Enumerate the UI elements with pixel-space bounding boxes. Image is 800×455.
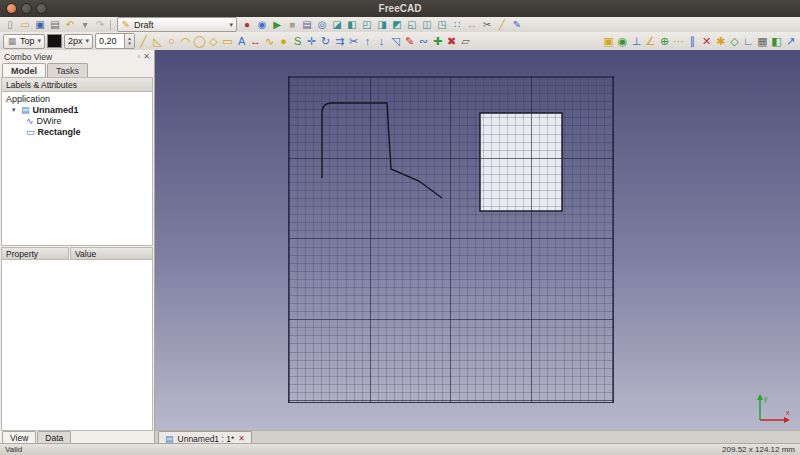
property-column-header[interactable]: Property [1,247,69,260]
snap-perpendicular-icon[interactable]: ⊥ [630,34,643,49]
new-document-icon[interactable]: ▯ [3,18,17,31]
draft-shape-2d-view-icon[interactable]: ▱ [459,34,472,49]
snap-parallel-icon[interactable]: ∥ [686,34,699,49]
snap-midpoint-icon[interactable]: ◉ [616,34,629,49]
view-axonometric-icon[interactable]: ◳ [435,18,449,31]
window-close-button[interactable] [6,3,17,14]
toolbar-separator [110,20,111,30]
draft-circle-icon[interactable]: ○ [165,34,178,49]
draft-upgrade-icon[interactable]: ↑ [361,34,374,49]
snap-working-plane-icon[interactable]: ◧ [770,34,783,49]
execute-macro-icon[interactable]: ▶ [270,18,284,31]
draft-dimension-icon[interactable]: ↔ [249,34,262,49]
snap-extension-icon[interactable]: ⋯ [672,34,685,49]
float-panel-icon[interactable]: ▫ [137,52,140,61]
draft-line-icon[interactable]: ╱ [137,34,150,49]
measure-distance-icon[interactable]: ↔ [465,18,479,31]
snap-angle-icon[interactable]: ∠ [644,34,657,49]
draft-shapestring-icon[interactable]: S [291,34,304,49]
draft-wire-icon[interactable]: ◺ [151,34,164,49]
file-icons-group: ▯▭▣▤↶▾↷ [3,18,107,31]
draft-text-icon[interactable]: A [235,34,248,49]
tree-item-dwire[interactable]: ∿ DWire [2,115,152,126]
draft-bspline-icon[interactable]: ∿ [263,34,276,49]
view-top-icon[interactable]: ◰ [360,18,374,31]
draft-ellipse-icon[interactable]: ◯ [193,34,206,49]
value-column-header[interactable]: Value [70,247,153,260]
window-minimize-button[interactable] [21,3,32,14]
wire-icon: ∿ [26,116,34,126]
3d-viewport[interactable]: x y [155,50,800,430]
snap-lock-icon[interactable]: ▣ [602,34,615,49]
stop-macro-icon[interactable]: ■ [285,18,299,31]
combo-view-tabs: Model Tasks [0,63,154,77]
draft-wire-to-bspline-icon[interactable]: ∾ [417,34,430,49]
snap-special-icon[interactable]: ✱ [714,34,727,49]
draft-downgrade-icon[interactable]: ↓ [375,34,388,49]
draft-delete-point-icon[interactable]: ✖ [445,34,458,49]
view-fit-all-icon[interactable]: ◎ [315,18,329,31]
save-icon[interactable]: ▣ [33,18,47,31]
view-left-icon[interactable]: ◫ [420,18,434,31]
expander-icon[interactable]: ▾ [12,106,18,114]
draft-arc-icon[interactable]: ◠ [179,34,192,49]
line-width-selector[interactable]: 2px ▾ [64,34,93,49]
draft-move-icon[interactable]: ✛ [305,34,318,49]
document-icon: ▤ [21,105,30,115]
draft-tool-icon[interactable]: ╱ [495,18,509,31]
chevron-down-icon: ▾ [38,37,42,45]
window-maximize-button[interactable] [36,3,47,14]
rectangle-shape[interactable] [480,113,562,211]
undo-expand-icon[interactable]: ▾ [78,18,92,31]
draft-rectangle-icon[interactable]: ▭ [221,34,234,49]
print-icon[interactable]: ▤ [48,18,62,31]
snap-center-icon[interactable]: ⊕ [658,34,671,49]
tab-tasks[interactable]: Tasks [47,63,88,77]
combo-view-panel: Combo View ▫ ✕ Model Tasks Labels & Attr… [0,50,155,444]
draft-edit-icon[interactable]: ✎ [403,34,416,49]
draft-polygon-icon[interactable]: ◇ [207,34,220,49]
tab-model[interactable]: Model [2,63,46,77]
tree-item-application[interactable]: Application [2,93,152,104]
draft-add-point-icon[interactable]: ✚ [431,34,444,49]
dwire-shape[interactable] [322,103,442,198]
x-axis-label: x [786,409,790,416]
view-bottom-icon[interactable]: ◱ [405,18,419,31]
view-rear-icon[interactable]: ◩ [390,18,404,31]
property-table-body[interactable] [1,260,153,431]
draft-offset-icon[interactable]: ⇉ [333,34,346,49]
draft-rotate-icon[interactable]: ↻ [319,34,332,49]
python-console-icon[interactable]: ▤ [300,18,314,31]
snap-near-icon[interactable]: ◇ [728,34,741,49]
view-right-icon[interactable]: ◨ [375,18,389,31]
draft-point-icon[interactable]: ● [277,34,290,49]
tree-item-document[interactable]: ▾ ▤ Unnamed1 [2,104,152,115]
open-folder-icon[interactable]: ▭ [18,18,32,31]
open-website-icon[interactable]: ◉ [255,18,269,31]
draft-scale-icon[interactable]: ◹ [389,34,402,49]
texture-view-icon[interactable]: ∷ [450,18,464,31]
snap-grid-icon[interactable]: ▦ [756,34,769,49]
redo-icon[interactable]: ↷ [93,18,107,31]
macro-record-icon[interactable]: ● [240,18,254,31]
close-tab-icon[interactable]: ✕ [238,434,245,443]
snap-ortho-icon[interactable]: ∟ [742,34,755,49]
snap-dimensions-icon[interactable]: ↗ [784,34,797,49]
draft-tools-group: ╱◺○◠◯◇▭A↔∿●S✛↻⇉✂↑↓◹✎∾✚✖▱ [137,34,472,49]
spin-down-icon[interactable]: ▾ [125,41,134,46]
tree-item-rectangle[interactable]: ▭ Rectangle [2,126,152,137]
clip-plane-icon[interactable]: ✂ [480,18,494,31]
draft-trimex-icon[interactable]: ✂ [347,34,360,49]
snap-intersection-icon[interactable]: ✕ [700,34,713,49]
scale-value: 0,20 [96,34,124,48]
line-color-swatch[interactable] [47,34,62,48]
undo-icon[interactable]: ↶ [63,18,77,31]
edit-pen-icon[interactable]: ✎ [510,18,524,31]
status-message: Valid [5,445,22,454]
view-front-icon[interactable]: ◧ [345,18,359,31]
workbench-selector[interactable]: ✎ Draft ▾ [117,17,237,32]
view-isometric-icon[interactable]: ◪ [330,18,344,31]
working-plane-selector[interactable]: ▦ Top ▾ [3,34,45,49]
close-panel-icon[interactable]: ✕ [143,52,150,61]
scale-spinner[interactable]: 0,20 ▴ ▾ [95,33,135,49]
